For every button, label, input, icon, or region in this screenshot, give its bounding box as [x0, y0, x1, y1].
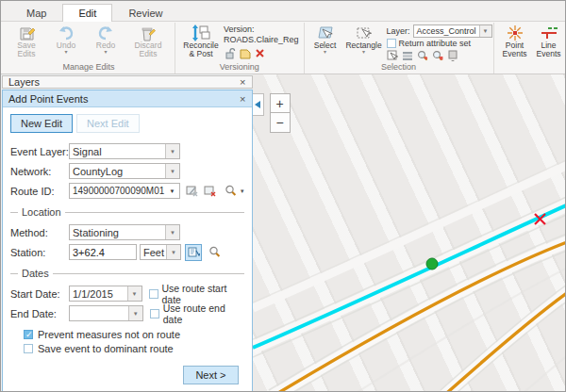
group-selection: Select ▾ Rectangle ▾ Layer: [304, 23, 493, 74]
dates-section-separator: Dates [10, 268, 244, 279]
delete-version-icon[interactable] [254, 47, 266, 59]
route-id-combo-arrow-icon: ▼ [165, 184, 179, 198]
end-date-arrow-icon: ▼ [128, 306, 142, 320]
undo-button[interactable]: Undo ▾ [47, 24, 85, 55]
layers-pane-close-icon[interactable]: × [240, 76, 245, 88]
rectangle-select-button[interactable]: Rectangle ▾ [343, 24, 385, 55]
prevent-measures-label: Prevent measures not on route [38, 329, 180, 340]
add-point-events-header[interactable]: Add Point Events × [3, 90, 252, 107]
zoom-in-button[interactable]: + [270, 93, 291, 113]
station-label: Station: [10, 247, 69, 258]
ribbon: Map Edit Review Save Edits [1, 1, 565, 74]
clear-selection-tool-icon[interactable] [447, 49, 459, 61]
attributes-list-tool-icon[interactable] [402, 49, 414, 61]
point-events-icon [507, 24, 524, 41]
station-unit-combo-arrow-icon: ▼ [166, 245, 180, 259]
layer-combo-arrow-icon: ▼ [479, 25, 491, 37]
new-edit-button[interactable]: New Edit [10, 114, 73, 133]
new-version-icon[interactable] [239, 47, 251, 59]
ribbon-tab-bar: Map Edit Review [1, 1, 565, 22]
layer-label: Layer: [387, 26, 410, 36]
select-icon [317, 24, 334, 41]
zoom-to-station-icon[interactable] [206, 244, 223, 261]
network-combobox[interactable]: CountyLog ▼ [69, 163, 180, 179]
selection-options: Layer: Access_Control ▼ Return attribute… [387, 24, 489, 61]
method-combobox[interactable]: Stationing ▼ [69, 224, 180, 240]
station-input[interactable] [69, 244, 137, 260]
start-date-picker[interactable]: 1/1/2015 ▼ [69, 286, 142, 302]
discard-edits-button[interactable]: Discard Edits [126, 24, 170, 58]
redo-icon [97, 24, 114, 41]
new-event-point-marker [426, 258, 438, 270]
station-unit-combobox[interactable]: Feet ▼ [140, 244, 181, 260]
route-id-combobox[interactable]: 14900000700090M01 ▼ [69, 183, 180, 199]
next-button[interactable]: Next > [183, 366, 238, 384]
save-edits-button[interactable]: Save Edits [8, 24, 45, 58]
use-route-end-date-checkbox[interactable] [150, 309, 159, 318]
group-label-manage-edits: Manage Edits [8, 61, 170, 74]
select-button[interactable]: Select ▾ [309, 24, 341, 55]
layers-pane-title: Layers [8, 76, 40, 88]
line-events-button[interactable]: Line Events [533, 24, 565, 58]
group-label-versioning: Versioning [180, 61, 299, 74]
reconcile-post-icon [191, 24, 210, 41]
pick-station-on-map-button[interactable] [185, 244, 202, 261]
add-point-events-close-icon[interactable]: × [240, 93, 245, 105]
event-layer-combobox[interactable]: Signal ▼ [69, 143, 180, 159]
discard-edits-icon [141, 24, 156, 41]
zoom-out-button[interactable]: − [270, 113, 291, 133]
method-combo-arrow-icon: ▼ [165, 225, 179, 239]
rectangle-select-icon [356, 24, 373, 41]
zoom-to-selection-icon[interactable] [417, 49, 429, 61]
select-features-tool-icon[interactable] [387, 49, 399, 61]
select-caret-icon: ▾ [324, 50, 326, 55]
start-date-arrow-icon: ▼ [127, 286, 142, 301]
dates-section-label: Dates [18, 268, 53, 279]
map-graphics-layer [253, 74, 565, 391]
pane-collapse-button[interactable] [253, 93, 264, 116]
method-label: Method: [10, 227, 69, 238]
location-section-label: Location [18, 206, 65, 218]
left-dock: Layers × Add Point Events × New Edit Nex… [1, 74, 253, 391]
map-zoom-control: + − [270, 93, 291, 133]
select-route-on-map-icon[interactable] [184, 183, 201, 200]
return-attribute-set-label: Return attribute set [399, 39, 472, 48]
zoom-route-caret-icon[interactable]: ▾ [241, 188, 244, 193]
save-edits-icon [19, 24, 35, 41]
collapse-left-arrow-icon [255, 101, 260, 108]
route-id-label: Route ID: [10, 186, 69, 197]
group-versioning: Reconcile & Post Version: ROADS.Claire_R… [175, 23, 304, 74]
add-point-events-pane: Add Point Events × New Edit Next Edit Ev… [2, 90, 253, 392]
map-view[interactable]: + − [253, 74, 565, 391]
version-controls: Version: ROADS.Claire_Reg [224, 24, 299, 59]
reconcile-post-button[interactable]: Reconcile & Post [180, 24, 222, 58]
use-route-start-date-checkbox[interactable] [149, 289, 158, 299]
return-attribute-set-checkbox[interactable] [387, 39, 396, 48]
ghost-road-bands [253, 152, 565, 391]
next-edit-button[interactable]: Next Edit [76, 114, 140, 133]
group-manage-edits: Save Edits Undo ▾ Redo ▾ [3, 23, 175, 74]
save-dominant-route-label: Save event to dominant route [38, 343, 174, 354]
event-layer-label: Event Layer: [10, 146, 69, 157]
unlock-version-icon[interactable] [224, 47, 236, 59]
zoom-to-route-icon[interactable] [222, 183, 239, 200]
layers-pane-header[interactable]: Layers × [2, 75, 253, 89]
network-combo-arrow-icon: ▼ [165, 164, 179, 178]
prevent-measures-checkbox[interactable] [24, 330, 33, 339]
layer-combobox[interactable]: Access_Control ▼ [413, 24, 492, 38]
undo-caret-icon: ▾ [64, 50, 67, 55]
tab-map[interactable]: Map [10, 4, 62, 22]
clear-route-selection-icon[interactable] [202, 183, 219, 200]
version-label: Version: [224, 24, 299, 34]
tab-review[interactable]: Review [112, 4, 178, 22]
use-route-end-date-label: Use route end date [163, 302, 244, 325]
end-date-picker[interactable]: ▼ [69, 305, 143, 321]
save-dominant-route-checkbox[interactable] [24, 344, 33, 353]
ribbon-body: Save Edits Undo ▾ Redo ▾ [1, 22, 565, 74]
pan-to-selection-icon[interactable] [432, 49, 444, 61]
point-events-button[interactable]: Point Events [499, 24, 531, 58]
redo-button[interactable]: Redo ▾ [87, 24, 125, 55]
version-value: ROADS.Claire_Reg [224, 35, 299, 44]
tab-edit[interactable]: Edit [62, 4, 112, 22]
rectangle-caret-icon: ▾ [362, 50, 365, 55]
